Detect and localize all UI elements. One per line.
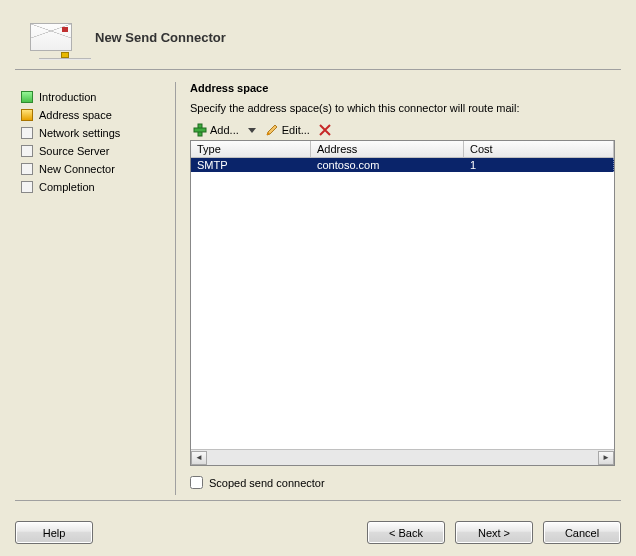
list-header: Type Address Cost [191,141,614,158]
add-icon [193,123,207,137]
help-button[interactable]: Help [15,521,93,544]
pending-step-icon [21,181,33,193]
delete-button[interactable] [316,123,334,137]
header-icon [15,23,87,51]
edit-label: Edit... [282,124,310,136]
step-label: Address space [39,109,112,121]
step-label: Network settings [39,127,120,139]
step-introduction: Introduction [21,88,175,106]
back-button[interactable]: < Back [367,521,445,544]
column-cost[interactable]: Cost [464,141,614,158]
scroll-right-button[interactable]: ► [598,451,614,465]
section-description: Specify the address space(s) to which th… [190,102,615,114]
scoped-checkbox-row: Scoped send connector [190,476,615,489]
edit-button[interactable]: Edit... [262,122,313,138]
add-button[interactable]: Add... [190,122,242,138]
column-address[interactable]: Address [311,141,464,158]
section-title: Address space [190,82,615,94]
chevron-down-icon [248,126,256,134]
footer: Help < Back Next > Cancel [15,521,621,544]
cell-cost: 1 [464,158,614,172]
toolbar: Add... Edit... [190,120,615,140]
next-button[interactable]: Next > [455,521,533,544]
cell-address: contoso.com [311,158,464,172]
wizard-steps: Introduction Address space Network setti… [15,82,175,495]
step-label: Completion [39,181,95,193]
scoped-label: Scoped send connector [209,477,325,489]
column-type[interactable]: Type [191,141,311,158]
header: New Send Connector [15,10,621,70]
step-address-space: Address space [21,106,175,124]
delete-icon [319,124,331,136]
horizontal-scrollbar[interactable]: ◄ ► [191,449,614,465]
check-icon [21,91,33,103]
scroll-left-button[interactable]: ◄ [191,451,207,465]
step-source-server: Source Server [21,142,175,160]
scoped-checkbox[interactable] [190,476,203,489]
pending-step-icon [21,163,33,175]
add-dropdown[interactable] [245,125,259,135]
cancel-button[interactable]: Cancel [543,521,621,544]
step-new-connector: New Connector [21,160,175,178]
pending-step-icon [21,127,33,139]
step-network-settings: Network settings [21,124,175,142]
step-label: Source Server [39,145,109,157]
cell-type: SMTP [191,158,311,172]
svg-rect-1 [194,128,206,132]
wizard-title: New Send Connector [87,30,226,45]
pencil-icon [265,123,279,137]
add-label: Add... [210,124,239,136]
list-body[interactable]: SMTP contoso.com 1 [191,158,614,449]
envelope-icon [30,23,72,51]
step-completion: Completion [21,178,175,196]
current-step-icon [21,109,33,121]
address-space-list: Type Address Cost SMTP contoso.com 1 ◄ ► [190,140,615,466]
table-row[interactable]: SMTP contoso.com 1 [191,158,614,172]
pending-step-icon [21,145,33,157]
step-label: New Connector [39,163,115,175]
step-label: Introduction [39,91,96,103]
